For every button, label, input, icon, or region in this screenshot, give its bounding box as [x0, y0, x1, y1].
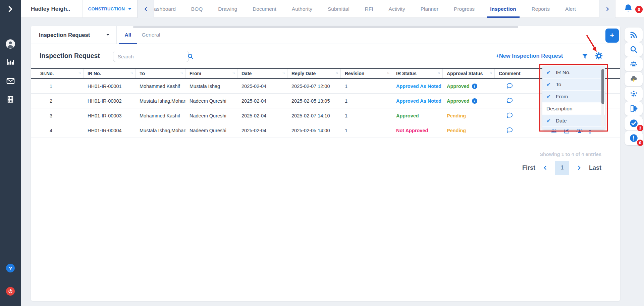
column-option-description[interactable]: Description — [542, 103, 605, 115]
tab-authority[interactable]: Authority — [292, 0, 312, 18]
pagination-current-page[interactable]: 1 — [555, 161, 569, 175]
tab-general[interactable]: General — [141, 26, 161, 44]
filter-icon[interactable] — [581, 53, 589, 61]
column-header-sr-no[interactable]: Sr.No.↑↓ — [36, 69, 84, 78]
pagination-first[interactable]: First — [522, 164, 535, 171]
tab-rfi[interactable]: RFI — [365, 0, 373, 18]
comment-icon[interactable] — [506, 126, 513, 135]
pagination: First 1 Last — [522, 161, 601, 175]
issues-button[interactable]: 0 — [625, 131, 643, 145]
check-icon: ✔ — [546, 69, 552, 75]
cell-comment — [495, 108, 534, 123]
tab-dashboard[interactable]: Dashboard — [154, 0, 176, 18]
tab-inspection[interactable]: Inspection — [490, 0, 516, 18]
column-header-ir-status[interactable]: IR Status↑↓ — [392, 69, 443, 78]
nav-scroll-right-button[interactable] — [599, 0, 615, 18]
column-header-date[interactable]: Date↑↓ — [237, 69, 287, 78]
cell-sr-no: 3 — [36, 108, 84, 123]
approvals-button[interactable]: 3 — [625, 116, 643, 131]
people-button[interactable] — [625, 57, 643, 71]
cell-ir-status: Approved As Noted — [392, 79, 443, 94]
tab-boq[interactable]: BOQ — [191, 0, 203, 18]
column-header-comment[interactable]: Comment — [495, 69, 534, 78]
add-button[interactable]: + — [605, 29, 619, 43]
sidebar-expand-button[interactable] — [0, 0, 21, 18]
tab-progress[interactable]: Progress — [454, 0, 475, 18]
sort-icon: ↑↓ — [282, 70, 284, 74]
weather-button[interactable] — [625, 72, 643, 86]
tab-submittal[interactable]: Submittal — [328, 0, 350, 18]
chevron-right-icon — [605, 6, 610, 12]
meeting-button[interactable] — [625, 87, 643, 101]
sort-icon: ↑↓ — [387, 70, 389, 74]
cell-reply-date: 2025-02-05 14:00 — [287, 123, 341, 138]
inspection-panel: Inspection Request All General + Inspect… — [31, 26, 620, 301]
cell-ir-no: HH01-IR-00002 — [84, 94, 136, 108]
comment-icon[interactable] — [506, 112, 513, 120]
cell-ir-status: Approved As Noted — [392, 94, 443, 108]
search-input[interactable] — [113, 54, 187, 59]
new-inspection-request-link[interactable]: +New Inspection Request — [496, 53, 563, 59]
column-header-revision[interactable]: Revision↑↓ — [341, 69, 392, 78]
cell-comment — [495, 94, 534, 108]
column-option-from[interactable]: ✔From — [542, 91, 605, 103]
column-header-from[interactable]: From↑↓ — [185, 69, 237, 78]
pagination-next-icon[interactable] — [577, 165, 582, 171]
sidebar-item-company[interactable] — [0, 92, 21, 107]
sidebar-item-mail[interactable] — [0, 73, 21, 88]
sort-icon: ↑↓ — [489, 70, 492, 74]
info-icon[interactable]: i — [472, 84, 477, 89]
project-name[interactable]: Hadley Heigh.. — [21, 0, 83, 18]
menu-scrollbar-thumb[interactable] — [601, 69, 604, 104]
site-exit-button[interactable] — [625, 101, 643, 116]
sidebar-item-dashboard[interactable] — [0, 54, 21, 69]
column-header-to[interactable]: To↑↓ — [136, 69, 185, 78]
profile-avatar[interactable] — [0, 37, 21, 51]
comment-icon[interactable] — [506, 97, 513, 105]
tab-alert[interactable]: Alert — [565, 0, 576, 18]
feed-button[interactable] — [625, 28, 643, 42]
main-nav: Dashboard BOQ Drawing Document Authority… — [154, 0, 599, 18]
column-header-reply-date[interactable]: Reply Date↑↓ — [287, 69, 341, 78]
search-icon[interactable] — [187, 53, 194, 60]
cell-approval-status: Pending — [443, 108, 495, 123]
tab-planner[interactable]: Planner — [421, 0, 438, 18]
column-option-date[interactable]: ✔Date — [542, 115, 605, 127]
pagination-prev-icon[interactable] — [543, 165, 548, 171]
page-title: Inspection Request — [40, 52, 100, 60]
comment-icon[interactable] — [506, 82, 513, 90]
tab-all[interactable]: All — [119, 26, 137, 44]
cell-ir-no: HH01-IR-00001 — [84, 79, 136, 94]
chevron-right-icon — [7, 5, 14, 13]
help-icon[interactable]: ? — [6, 264, 15, 272]
power-icon[interactable] — [6, 287, 15, 296]
cell-revision: 1 — [341, 79, 392, 94]
tab-activity[interactable]: Activity — [389, 0, 405, 18]
nav-scroll-left-button[interactable] — [138, 0, 154, 18]
search-box — [113, 51, 189, 62]
tab-drawing[interactable]: Drawing — [218, 0, 237, 18]
column-option-ir-no[interactable]: ✔IR No. — [542, 66, 605, 79]
meeting-icon — [629, 90, 638, 98]
module-selector[interactable]: CONSTRUCTION — [83, 0, 138, 18]
column-option-partial[interactable] — [542, 127, 605, 130]
table-row[interactable]: 2 HH01-IR-00002 Mustafa Ishag,Mohammed K… — [31, 94, 620, 108]
column-header-ir-no[interactable]: IR No.↑↓ — [84, 69, 136, 78]
record-type-select[interactable]: Inspection Request — [31, 26, 117, 44]
search-button[interactable] — [625, 42, 643, 57]
table-row[interactable]: 4 HH01-IR-00004 Mustafa Ishag,Mohammed K… — [31, 123, 620, 138]
pagination-last[interactable]: Last — [589, 164, 601, 171]
column-header-approval-status[interactable]: Approval Status↑↓ — [443, 69, 495, 78]
topbar: Hadley Heigh.. CONSTRUCTION Dashboard BO… — [21, 0, 644, 18]
notifications-bell[interactable]: 0 — [623, 3, 643, 16]
settings-gear-icon[interactable] — [594, 51, 603, 62]
info-icon[interactable]: i — [472, 98, 477, 104]
tab-document[interactable]: Document — [253, 0, 276, 18]
tab-reports[interactable]: Reports — [532, 0, 550, 18]
column-chooser-highlight: ✔IR No. ✔To ✔From Description ✔Date — [539, 64, 608, 132]
table-row[interactable]: 1 HH01-IR-00001 Mohammed Kashif Mustafa … — [31, 79, 620, 94]
column-option-to[interactable]: ✔To — [542, 79, 605, 91]
bar-chart-icon — [6, 57, 15, 66]
table-row[interactable]: 3 HH01-IR-00003 Mohammed Kashif Nadeem Q… — [31, 108, 620, 123]
building-icon — [6, 95, 15, 104]
